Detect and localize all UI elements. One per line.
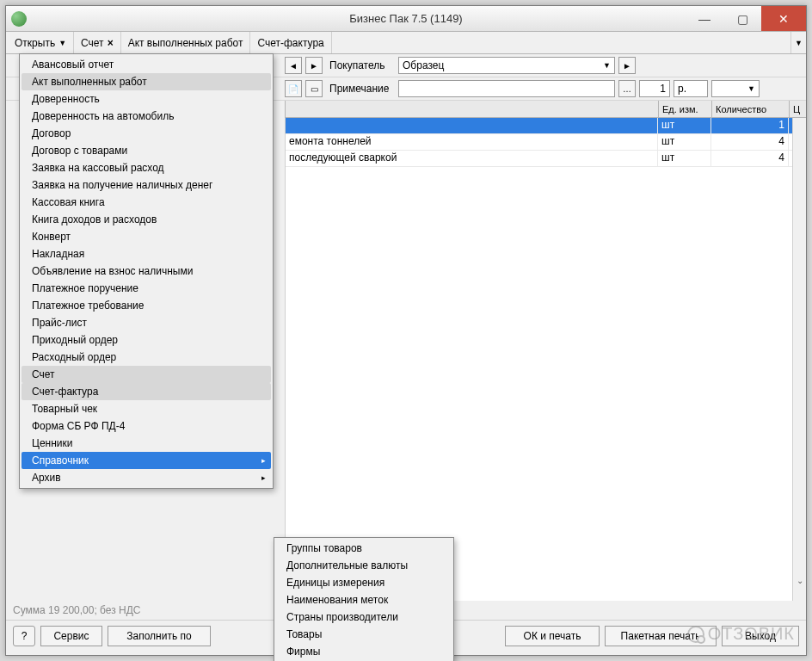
menu-item[interactable]: Накладная: [22, 245, 271, 263]
menu-item[interactable]: Счет: [22, 366, 271, 383]
tab-bar: Открыть ▼ Счет × Акт выполненных работ С…: [6, 32, 806, 54]
submenu-item[interactable]: Фирмы: [276, 643, 452, 660]
qty-input[interactable]: [639, 80, 670, 97]
menu-item[interactable]: Объявление на взнос наличными: [22, 263, 271, 280]
caret-down-icon: ▼: [58, 39, 66, 47]
prev-record-button[interactable]: ◄: [285, 57, 302, 74]
tabs-overflow-button[interactable]: ▼: [790, 32, 806, 53]
chevron-right-icon: ▸: [261, 456, 266, 465]
minimize-button[interactable]: —: [686, 6, 723, 31]
note-input[interactable]: [398, 80, 615, 97]
menu-item[interactable]: Приходный ордер: [22, 331, 271, 349]
extra-combo[interactable]: ▼: [711, 80, 760, 97]
menu-item[interactable]: Форма СБ РФ ПД-4: [22, 417, 271, 435]
tab-account[interactable]: Счет ×: [74, 32, 121, 53]
close-tab-icon[interactable]: ×: [108, 37, 114, 49]
menu-item[interactable]: Заявка на получение наличных денег: [22, 176, 271, 194]
menu-item[interactable]: Товарный чек: [22, 400, 271, 417]
titlebar: Бизнес Пак 7.5 (1149) — ▢ ✕: [6, 6, 806, 32]
col-price[interactable]: Ц: [789, 101, 806, 117]
maximize-button[interactable]: ▢: [723, 6, 761, 31]
submenu-item[interactable]: Наименования меток: [276, 591, 452, 608]
app-icon: [11, 11, 27, 27]
remove-note-button[interactable]: ▭: [305, 80, 323, 97]
help-button[interactable]: ?: [13, 626, 35, 646]
col-unit[interactable]: Ед. изм.: [658, 101, 711, 117]
buyer-next-button[interactable]: ►: [618, 57, 636, 74]
open-menu-button[interactable]: Открыть ▼: [8, 32, 74, 53]
buyer-label: Покупатель: [326, 59, 395, 71]
submenu-item[interactable]: Группы товаров: [276, 540, 452, 557]
buyer-combo[interactable]: Образец ▼: [398, 57, 615, 74]
menu-item[interactable]: Справочник▸: [22, 452, 271, 469]
buyer-value: Образец: [403, 59, 444, 71]
close-button[interactable]: ✕: [761, 6, 806, 31]
vertical-scrollbar[interactable]: ⌄: [792, 118, 806, 601]
unit-label-combo[interactable]: p.: [674, 80, 708, 97]
table-header: Ед. изм. Количество Ц: [285, 101, 806, 118]
menu-item[interactable]: Расходный ордер: [22, 349, 271, 366]
menu-item[interactable]: Договор: [22, 125, 271, 142]
menu-item[interactable]: Ценники: [22, 435, 271, 452]
menu-item[interactable]: Прайс-лист: [22, 314, 271, 331]
menu-item[interactable]: Книга доходов и расходов: [22, 211, 271, 228]
chevron-right-icon: ▸: [261, 473, 266, 482]
submenu-item[interactable]: Страны производители: [276, 608, 452, 626]
service-button[interactable]: Сервис: [40, 626, 102, 646]
exit-button[interactable]: Выход: [722, 626, 799, 646]
chevron-down-icon: ▼: [600, 61, 611, 70]
note-more-button[interactable]: …: [618, 80, 636, 97]
menu-item[interactable]: Архив▸: [22, 469, 271, 486]
tab-account-label: Счет: [81, 37, 104, 49]
menu-item[interactable]: Авансовый отчет: [22, 56, 271, 73]
menu-item[interactable]: Кассовая книга: [22, 194, 271, 211]
menu-item[interactable]: Акт выполненных работ: [22, 73, 271, 90]
submenu-item[interactable]: Дополнительные валюты: [276, 557, 452, 574]
submenu-item[interactable]: Единицы измерения: [276, 574, 452, 591]
add-note-button[interactable]: 📄: [285, 80, 302, 97]
submenu-item[interactable]: Товары: [276, 626, 452, 643]
menu-item[interactable]: Договор с товарами: [22, 142, 271, 159]
menu-item[interactable]: Счет-фактура: [22, 383, 271, 400]
note-label: Примечание: [326, 83, 395, 95]
tab-act-label: Акт выполненных работ: [128, 37, 243, 49]
table-row[interactable]: емонта тоннелей шт 4: [286, 134, 806, 151]
menu-item[interactable]: Платежное поручение: [22, 280, 271, 297]
menu-item[interactable]: Доверенность: [22, 90, 271, 108]
open-label: Открыть: [15, 37, 55, 49]
table-row[interactable]: шт 1: [286, 118, 806, 134]
open-menu: Авансовый отчетАкт выполненных работДове…: [19, 53, 274, 489]
table-body: шт 1 емонта тоннелей шт 4 последующей св…: [285, 118, 806, 601]
menu-item[interactable]: Конверт: [22, 228, 271, 245]
tab-invoice-label: Счет-фактура: [257, 37, 323, 49]
menu-item[interactable]: Доверенность на автомобиль: [22, 108, 271, 125]
batch-print-button[interactable]: Пакетная печать: [605, 626, 717, 646]
window-controls: — ▢ ✕: [686, 6, 806, 31]
scroll-down-icon: ⌄: [795, 576, 804, 585]
reference-submenu: Группы товаровДополнительные валютыЕдини…: [274, 537, 454, 661]
table-row[interactable]: последующей сваркой шт 4: [286, 151, 806, 167]
col-name[interactable]: [285, 101, 658, 117]
fill-button[interactable]: Заполнить по: [108, 626, 211, 646]
tab-act[interactable]: Акт выполненных работ: [121, 32, 251, 53]
menu-item[interactable]: Заявка на кассовый расход: [22, 159, 271, 176]
tab-invoice[interactable]: Счет-фактура: [250, 32, 331, 53]
next-record-button[interactable]: ►: [305, 57, 323, 74]
chevron-down-icon: ▼: [744, 84, 755, 93]
col-qty[interactable]: Количество: [711, 101, 789, 117]
ok-print-button[interactable]: ОК и печать: [505, 626, 600, 646]
menu-item[interactable]: Платежное требование: [22, 297, 271, 314]
